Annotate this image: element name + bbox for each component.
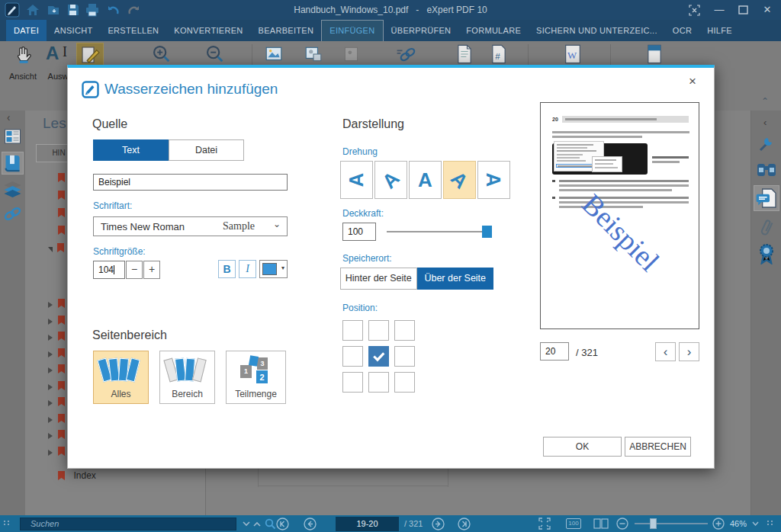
preview-page-input[interactable]: 20 [540,342,569,361]
page-range-input[interactable]: 19-20 [336,517,399,531]
range-teilmenge-button[interactable]: 1 3 2 Teilmenge [226,351,286,404]
actual-size-icon[interactable]: 100 [566,518,581,529]
bookmarks-panel-icon[interactable] [2,152,24,175]
ribbon-collapse-icon[interactable]: ⌃ [761,96,769,107]
comments-panel-icon[interactable] [754,185,779,211]
font-size-input[interactable]: 104 [93,261,125,279]
rotation-minus45-button[interactable]: A [374,161,407,199]
signature-badge-icon[interactable] [757,243,776,264]
font-select[interactable]: Times New Roman Sample ⌄ [93,216,288,236]
tab-sichern[interactable]: SICHERN UND UNTERZEIC... [529,20,665,41]
expand-arrow-icon[interactable] [48,367,53,373]
search-binoculars-icon[interactable] [756,161,777,178]
placement-behind-button[interactable]: Hinter der Seite [340,268,417,290]
source-tab-datei[interactable]: Datei [169,139,244,161]
rotation-plus90-button[interactable]: A [477,161,510,199]
bookmark-item[interactable] [48,428,65,442]
bookmark-item[interactable] [58,207,65,220]
bookmark-item[interactable] [48,412,65,426]
zoom-in-button[interactable] [712,518,725,530]
tab-bearbeiten[interactable]: BEARBEITEN [251,20,322,41]
bookmark-item[interactable] [48,380,65,393]
last-page-icon[interactable] [458,518,471,530]
header-footer-icon[interactable] [455,43,474,65]
search-input[interactable]: Suchen [20,518,236,530]
expand-arrow-icon[interactable] [48,400,53,406]
view-hand-tool[interactable]: Ansicht [3,43,43,84]
attachments-paperclip-icon[interactable] [759,217,774,239]
opacity-slider-track[interactable] [387,231,487,232]
bookmark-item[interactable] [48,445,65,459]
tab-formulare[interactable]: FORMULARE [458,20,529,41]
expand-arrow-icon[interactable] [48,417,53,423]
insert-image-icon[interactable] [264,44,284,64]
zoom-out-icon[interactable] [204,43,226,65]
dialog-close-icon[interactable]: × [689,74,696,89]
bookmark-item[interactable] [48,363,65,377]
font-size-decrement-button[interactable]: − [126,261,143,279]
expand-arrow-icon[interactable] [48,384,53,390]
bold-button[interactable]: B [218,260,236,278]
fit-window-icon[interactable] [689,5,700,16]
tab-ansicht[interactable]: ANSICHT [47,20,100,41]
next-page-icon[interactable] [432,518,445,530]
maximize-button[interactable] [738,5,748,14]
search-magnifier-icon[interactable] [265,518,276,530]
bookmark-item[interactable] [58,189,65,203]
tab-hilfe[interactable]: HILFE [699,20,740,41]
expand-arrow-icon[interactable] [48,450,53,456]
font-color-picker[interactable]: ▾ [259,260,288,278]
zoom-out-button[interactable] [616,518,628,530]
ok-button[interactable]: OK [543,437,622,457]
position-middle-right[interactable] [394,346,415,367]
insert-link-icon[interactable] [394,43,416,65]
zoom-level-label[interactable]: 46% [730,519,747,528]
tab-konvertieren[interactable]: KONVERTIEREN [166,20,250,41]
image-properties-icon[interactable] [304,44,323,64]
tab-erstellen[interactable]: ERSTELLEN [100,20,166,41]
search-next-chevron-icon[interactable] [253,521,261,527]
source-tab-text[interactable]: Text [93,139,169,161]
expand-arrow-icon[interactable] [48,302,53,308]
position-bottom-left[interactable] [342,372,363,393]
bookmark-item[interactable] [58,224,65,238]
position-top-left[interactable] [342,320,363,341]
position-top-center[interactable] [368,320,389,341]
layers-panel-icon[interactable] [3,181,22,197]
background-icon[interactable] [645,43,664,65]
zoom-slider-track[interactable] [635,523,708,524]
tab-datei[interactable]: DATEI [6,20,47,41]
fullscreen-icon[interactable] [538,518,551,530]
rotation-0-button[interactable]: A [409,161,442,199]
opacity-slider-handle[interactable] [482,226,492,238]
position-bottom-right[interactable] [394,372,415,393]
zoom-menu-chevron-icon[interactable] [752,521,759,526]
bookmark-item[interactable] [48,347,65,361]
preview-next-button[interactable]: › [679,342,699,361]
right-panel-collapse-icon[interactable]: ‹ [763,117,767,128]
opacity-input[interactable]: 100 [342,223,376,241]
page-spread-icon[interactable] [593,518,609,529]
page-number-icon[interactable]: # [490,43,508,65]
links-panel-icon[interactable] [3,207,22,222]
italic-button[interactable]: I [239,260,256,278]
cancel-button[interactable]: ABBRECHEN [625,437,691,457]
position-top-right[interactable] [394,320,415,341]
expand-arrow-icon[interactable] [48,351,53,357]
bookmark-item[interactable] [48,330,65,344]
font-size-increment-button[interactable]: + [143,261,160,279]
tab-ueberpruefen[interactable]: ÜBERPRÜFEN [384,20,459,41]
bookmark-item[interactable] [48,297,65,311]
bookmark-item[interactable] [48,314,65,328]
range-bereich-button[interactable]: Bereich [159,351,215,404]
bookmark-item-index[interactable]: Index [58,470,96,483]
expand-arrow-icon[interactable] [48,319,53,325]
watermark-icon[interactable]: W [563,43,583,65]
tab-einfuegen[interactable]: EINFÜGEN [321,20,383,41]
tools-wrench-icon[interactable] [757,135,776,153]
edit-watermark-icon[interactable] [76,43,104,67]
zoom-in-icon[interactable] [151,43,172,65]
previous-page-icon[interactable] [304,518,317,530]
expand-arrow-icon[interactable] [48,335,53,341]
first-page-icon[interactable] [276,518,289,530]
